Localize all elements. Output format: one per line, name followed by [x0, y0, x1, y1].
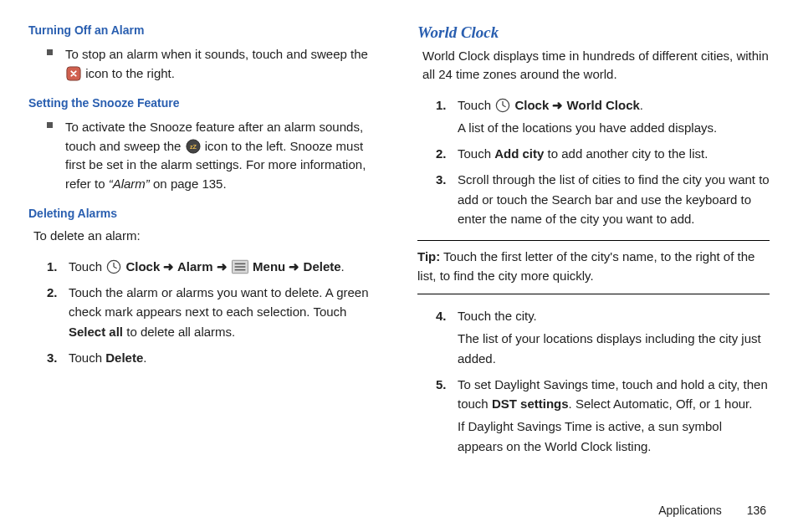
bullet-snooze: To activate the Snooze feature after an …: [47, 116, 381, 195]
label-delete: Delete: [304, 259, 341, 274]
step-4: Touch the city. The list of your locatio…: [436, 303, 770, 371]
heading-snooze: Setting the Snooze Feature: [28, 96, 381, 110]
arrow: ➜: [549, 98, 566, 112]
world-clock-steps-2: Touch the city. The list of your locatio…: [417, 303, 770, 459]
text: Touch the alarm or alarms you want to de…: [69, 285, 369, 319]
text: Touch: [458, 146, 494, 161]
step-4-sub: The list of your locations displays incl…: [458, 329, 770, 368]
text: Scroll through the list of cities to fin…: [458, 172, 770, 226]
clock-icon: [106, 259, 121, 274]
text: Touch: [69, 259, 105, 274]
svg-line-12: [503, 105, 506, 107]
bullet-turn-off: To stop an alarm when it sounds, touch a…: [47, 43, 381, 84]
manual-page: Turning Off an Alarm To stop an alarm wh…: [0, 0, 798, 532]
step-5-sub: If Daylight Savings Time is active, a su…: [458, 417, 770, 456]
right-column: World Clock World Clock displays time in…: [399, 23, 770, 517]
svg-text:zZ: zZ: [190, 142, 197, 150]
svg-line-5: [114, 267, 117, 269]
text: icon to the right.: [85, 66, 175, 80]
left-column: Turning Off an Alarm To stop an alarm wh…: [28, 23, 399, 517]
label-delete: Delete: [105, 350, 143, 365]
text: to add another city to the list.: [544, 146, 708, 161]
page-number: 136: [747, 504, 766, 517]
page-footer: Applications 136: [658, 504, 766, 517]
text: . Select Automatic, Off, or 1 hour.: [569, 396, 753, 411]
step-1-sub: A list of the locations you have added d…: [458, 118, 770, 137]
text: .: [341, 259, 345, 274]
arrow: ➜: [213, 259, 231, 274]
snooze-icon: zZ: [186, 139, 201, 154]
text: to delete all alarms.: [123, 325, 235, 339]
step-3: Scroll through the list of cities to fin…: [436, 166, 770, 232]
text: .: [640, 98, 643, 112]
step-2: Touch the alarm or alarms you want to de…: [47, 279, 381, 345]
label-select-all: Select all: [69, 325, 123, 339]
text: on page 135.: [150, 176, 227, 191]
heading-deleting-alarms: Deleting Alarms: [28, 207, 381, 220]
label-add-city: Add city: [494, 146, 544, 161]
text: Touch: [458, 98, 494, 112]
tip-text: Touch the first letter of the city's nam…: [417, 249, 755, 283]
world-clock-steps-1: Touch Clock ➜ World Clock. A list of the…: [417, 92, 770, 233]
stop-alarm-icon: [66, 66, 81, 81]
tip-label: Tip:: [417, 249, 440, 263]
label-dst-settings: DST settings: [492, 396, 569, 411]
arrow: ➜: [285, 259, 303, 274]
bullet-list-snooze: To activate the Snooze feature after an …: [28, 116, 381, 195]
text: To stop an alarm when it sounds, touch a…: [65, 47, 368, 61]
menu-icon: [232, 259, 248, 274]
tip-box: Tip: Touch the first letter of the city'…: [417, 240, 770, 294]
step-3: Touch Delete.: [47, 345, 381, 371]
bullet-list-turn-off: To stop an alarm when it sounds, touch a…: [28, 43, 381, 84]
label-world-clock: World Clock: [567, 98, 640, 112]
step-1: Touch Clock ➜ Alarm ➜ Menu ➜: [47, 253, 381, 279]
step-1: Touch Clock ➜ World Clock. A list of the…: [436, 92, 770, 141]
label-clock: Clock: [514, 98, 549, 112]
label-clock: Clock: [125, 259, 160, 274]
text: Touch the city.: [458, 309, 537, 323]
delete-intro: To delete an alarm:: [33, 227, 381, 245]
step-5: To set Daylight Savings time, touch and …: [436, 371, 770, 459]
heading-turning-off-alarm: Turning Off an Alarm: [28, 23, 381, 37]
arrow: ➜: [160, 259, 177, 274]
text: Touch: [69, 350, 105, 365]
world-clock-intro: World Clock displays time in hundreds of…: [422, 47, 770, 84]
delete-steps: Touch Clock ➜ Alarm ➜ Menu ➜: [28, 253, 381, 371]
label-alarm: Alarm: [177, 259, 213, 274]
cross-ref: “Alarm”: [109, 176, 150, 191]
text: .: [143, 350, 146, 365]
step-2: Touch Add city to add another city to th…: [436, 141, 770, 166]
heading-world-clock: World Clock: [417, 23, 770, 42]
footer-section: Applications: [658, 504, 722, 517]
label-menu: Menu: [253, 259, 285, 274]
clock-icon: [495, 98, 510, 113]
